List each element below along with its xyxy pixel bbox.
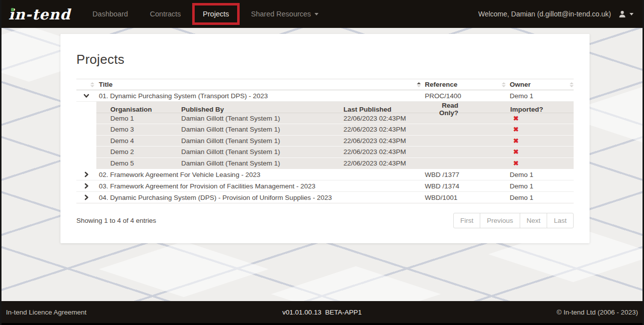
subtable-row: Demo 3 Damian Gillott (Tenant System 1) … [96, 124, 574, 136]
page-title: Projects [76, 52, 574, 67]
subcolumn-organisation: Organisation [96, 106, 181, 113]
pagination: First Previous Next Last [453, 213, 574, 228]
organisation-cell: Demo 3 [96, 126, 181, 133]
nav-item-shared-resources[interactable]: Shared Resources [245, 0, 325, 28]
column-header-owner[interactable]: Owner [506, 81, 574, 88]
published-by-cell: Damian Gillott (Tenant System 1) [181, 137, 343, 145]
collapse-row-button[interactable] [76, 93, 96, 99]
subtable-row: Demo 4 Damian Gillott (Tenant System 1) … [96, 136, 574, 147]
expander-column-header[interactable] [76, 82, 96, 87]
published-by-cell: Damian Gillott (Tenant System 1) [181, 115, 343, 122]
project-title-cell: 02. Framework Agreement For Vehicle Leas… [96, 171, 421, 178]
chevron-right-icon [83, 171, 89, 177]
chevron-down-icon [630, 13, 634, 15]
nav-item-contracts[interactable]: Contracts [143, 0, 187, 28]
welcome-text: Welcome, Damian (d.gillott@in-tend.co.uk… [478, 10, 611, 18]
last-published-cell: 22/06/2023 02:43PM [343, 137, 422, 145]
project-owner-cell: Demo 1 [506, 194, 574, 201]
column-label: Owner [510, 81, 531, 88]
chevron-right-icon [83, 194, 89, 200]
brand-green-dot-icon [11, 8, 14, 11]
project-title-cell: 01. Dynamic Purchasing System (Transport… [96, 92, 421, 100]
brand-text: in-tend [8, 6, 70, 23]
sort-icon[interactable] [502, 82, 506, 87]
pagination-next-button[interactable]: Next [520, 213, 548, 228]
chevron-down-icon [83, 93, 89, 99]
entries-summary: Showing 1 to 4 of 4 entries [76, 217, 156, 224]
project-reference-cell: WBD/1001 [421, 194, 506, 201]
last-published-cell: 22/06/2023 02:43PM [343, 126, 422, 133]
project-owner-cell: Demo 1 [506, 171, 574, 178]
project-reference-cell: PROC/1400 [421, 92, 506, 100]
project-title-cell: 04. Dynamic Purchasing System (DPS) - Pr… [96, 194, 421, 201]
project-owner-cell: Demo 1 [506, 182, 574, 190]
sort-icon[interactable] [570, 82, 574, 87]
user-icon [618, 10, 627, 18]
published-by-cell: Damian Gillott (Tenant System 1) [181, 160, 343, 167]
sort-icon[interactable] [90, 82, 94, 87]
chevron-right-icon [83, 183, 89, 189]
nav-menu: Dashboard Contracts Projects Shared Reso… [81, 0, 329, 28]
project-reference-cell: WBD /1374 [421, 182, 506, 190]
organisation-cell: Demo 1 [96, 115, 181, 122]
subtable-row: Demo 1 Damian Gillott (Tenant System 1) … [96, 113, 574, 125]
app-window: in-tend Dashboard Contracts Projects Sha… [0, 0, 644, 325]
subcolumn-published-by: Published By [181, 106, 343, 113]
background-diamond [99, 241, 269, 297]
table-row[interactable]: 02. Framework Agreement For Vehicle Leas… [76, 169, 574, 180]
projects-card: Projects Title Reference [60, 34, 590, 243]
organisation-cell: Demo 4 [96, 137, 181, 145]
projects-table: Title Reference Owner [76, 79, 574, 203]
last-published-cell: 22/06/2023 02:43PM [343, 160, 422, 167]
nav-item-label: Projects [203, 10, 229, 18]
subcolumn-imported: Imported? [458, 106, 574, 113]
organisation-cell: Demo 5 [96, 160, 181, 167]
project-owner-cell: Demo 1 [506, 92, 574, 100]
subcolumn-read-only: Read Only? [422, 102, 458, 117]
organisation-cell: Demo 2 [96, 148, 181, 156]
last-published-cell: 22/06/2023 02:43PM [343, 115, 422, 122]
version-text: v01.01.00.13 BETA-APP1 [1, 309, 643, 316]
project-reference-cell: WBD /1377 [421, 171, 506, 178]
sort-ascending-icon[interactable] [417, 82, 421, 87]
published-by-cell: Damian Gillott (Tenant System 1) [181, 126, 343, 133]
not-imported-cross-icon: ✖ [510, 160, 519, 167]
nav-item-label: Shared Resources [251, 10, 311, 18]
published-by-cell: Damian Gillott (Tenant System 1) [181, 148, 343, 156]
navbar: in-tend Dashboard Contracts Projects Sha… [1, 0, 643, 28]
nav-item-label: Dashboard [92, 10, 128, 18]
in-tend-logo[interactable]: in-tend [8, 6, 70, 22]
expanded-publications-subtable: Organisation Published By Last Published… [96, 102, 574, 169]
app-footer: v01.01.00.13 BETA-APP1 In-tend Licence A… [1, 301, 643, 325]
table-row[interactable]: 01. Dynamic Purchasing System (Transport… [76, 90, 574, 102]
not-imported-cross-icon: ✖ [510, 148, 519, 156]
table-row[interactable]: 03. Framework Agreement for Provision of… [76, 180, 574, 192]
nav-item-dashboard[interactable]: Dashboard [86, 0, 134, 28]
subtable-header-row: Organisation Published By Last Published… [96, 102, 574, 113]
pagination-first-button[interactable]: First [453, 213, 480, 228]
nav-item-projects[interactable]: Projects [196, 0, 235, 28]
background-diamond [271, 266, 441, 301]
table-footer: Showing 1 to 4 of 4 entries First Previo… [76, 213, 574, 228]
column-label: Title [99, 81, 113, 88]
not-imported-cross-icon: ✖ [510, 126, 519, 133]
subcolumn-last-published: Last Published [343, 106, 422, 113]
nav-item-label: Contracts [150, 10, 181, 18]
copyright-text: © In-tend Ltd (2006 - 2023) [557, 309, 638, 316]
column-header-reference[interactable]: Reference [421, 81, 506, 88]
pagination-previous-button[interactable]: Previous [480, 213, 520, 228]
table-row[interactable]: 04. Dynamic Purchasing System (DPS) - Pr… [76, 192, 574, 203]
not-imported-cross-icon: ✖ [510, 115, 519, 122]
expand-row-button[interactable] [76, 183, 96, 189]
project-title-cell: 03. Framework Agreement for Provision of… [96, 182, 421, 190]
subtable-row: Demo 2 Damian Gillott (Tenant System 1) … [96, 147, 574, 158]
not-imported-cross-icon: ✖ [510, 137, 519, 145]
page-background: Projects Title Reference [1, 28, 643, 301]
expand-row-button[interactable] [76, 171, 96, 177]
column-header-title[interactable]: Title [96, 81, 421, 88]
chevron-down-icon [315, 13, 319, 15]
expand-row-button[interactable] [76, 194, 96, 200]
pagination-last-button[interactable]: Last [547, 213, 574, 228]
last-published-cell: 22/06/2023 02:43PM [343, 148, 422, 156]
user-menu-button[interactable] [618, 10, 634, 18]
